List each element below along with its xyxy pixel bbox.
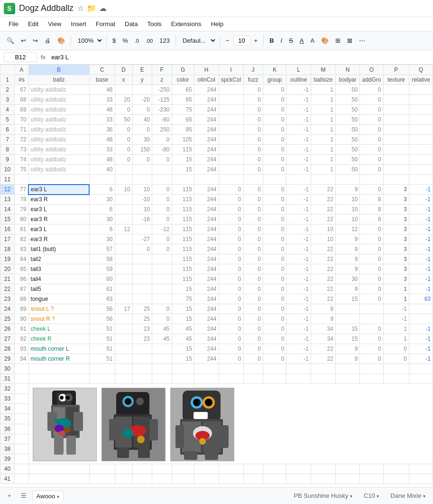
cell-L5[interactable]: -1 [286, 115, 311, 125]
cell-B22[interactable]: tail5 [28, 284, 89, 294]
row-number-25[interactable]: 25 [0, 314, 15, 324]
cell-A7[interactable]: 72 [15, 135, 29, 145]
row-number-12[interactable]: 12 [0, 185, 15, 195]
cell-K20[interactable]: 0 [263, 264, 286, 274]
cell-B31[interactable] [28, 374, 89, 384]
cell-N9[interactable]: 50 [335, 155, 360, 165]
cell-F19[interactable] [152, 254, 172, 264]
cell-Q13[interactable]: -1 [409, 195, 433, 205]
italic-button[interactable]: I [278, 35, 286, 46]
cell-N13[interactable]: 10 [335, 195, 360, 205]
row-number-26[interactable]: 26 [0, 324, 15, 334]
cell-Q9[interactable] [409, 155, 433, 165]
row-number-30[interactable]: 30 [0, 364, 15, 374]
cell-P7[interactable] [383, 135, 409, 145]
cell-L27[interactable]: -1 [286, 334, 311, 344]
menu-data[interactable]: Data [120, 19, 142, 29]
cell-K13[interactable]: 0 [263, 195, 286, 205]
cell-Q41[interactable] [409, 474, 433, 484]
cell-E11[interactable] [132, 175, 152, 185]
cell-L41[interactable] [286, 474, 311, 484]
cell-P19[interactable]: 3 [383, 254, 409, 264]
cell-I30[interactable] [219, 364, 243, 374]
cell-J40[interactable] [243, 464, 263, 474]
cell-P28[interactable]: 0 [383, 344, 409, 354]
cell-I19[interactable]: 0 [219, 254, 243, 264]
fill-color-button[interactable]: 🎨 [318, 35, 332, 46]
tab-awooo[interactable]: Awooo ▾ [32, 490, 64, 502]
cell-F5[interactable]: -60 [152, 115, 172, 125]
borders-button[interactable]: ⊞ [332, 35, 343, 46]
cell-L26[interactable]: -1 [286, 324, 311, 334]
cell-A37[interactable] [15, 434, 29, 444]
cell-O19[interactable]: 0 [360, 254, 383, 264]
col-header-B[interactable]: B [28, 65, 89, 75]
cell-B11[interactable] [28, 175, 89, 185]
cell-E5[interactable]: 40 [132, 115, 152, 125]
redo-button[interactable]: ↪ [30, 35, 41, 46]
cell-N31[interactable] [335, 374, 360, 384]
cell-A32[interactable] [15, 384, 29, 394]
cell-O40[interactable] [360, 464, 383, 474]
cell-O21[interactable]: 0 [360, 274, 383, 284]
cell-G17[interactable]: 115 [172, 234, 194, 244]
cell-Q19[interactable]: -1 [409, 254, 433, 264]
cell-Q1[interactable]: relative [409, 75, 433, 85]
cell-F7[interactable]: 0 [152, 135, 172, 145]
cell-M41[interactable] [311, 474, 335, 484]
cell-K21[interactable]: 0 [263, 274, 286, 284]
cell-E24[interactable]: 25 [132, 304, 152, 314]
cell-F31[interactable] [152, 374, 172, 384]
cell-M12[interactable]: 22 [311, 185, 335, 195]
cell-L14[interactable]: -1 [286, 205, 311, 215]
cell-A24[interactable]: 89 [15, 304, 29, 314]
cell-Q10[interactable] [409, 165, 433, 175]
cell-M8[interactable]: 1 [311, 145, 335, 155]
cell-O24[interactable] [360, 304, 383, 314]
cell-O17[interactable]: 0 [360, 234, 383, 244]
cell-I40[interactable] [219, 464, 243, 474]
row-number-22[interactable]: 22 [0, 284, 15, 294]
cell-B4[interactable]: utility addballz [28, 105, 89, 115]
cell-G24[interactable]: 15 [172, 304, 194, 314]
cell-J27[interactable]: 0 [243, 334, 263, 344]
cell-B1[interactable]: ballz [28, 75, 89, 85]
row-number-17[interactable]: 17 [0, 234, 15, 244]
search-button[interactable]: 🔍 [4, 35, 17, 46]
cell-I4[interactable] [219, 105, 243, 115]
cell-F26[interactable]: 45 [152, 324, 172, 334]
cell-O9[interactable]: 0 [360, 155, 383, 165]
cell-A15[interactable]: 80 [15, 215, 29, 224]
cell-J3[interactable]: 0 [243, 95, 263, 105]
cell-C17[interactable]: 30 [89, 234, 115, 244]
cell-G2[interactable]: 65 [172, 85, 194, 95]
cell-D20[interactable] [115, 264, 132, 274]
cell-J16[interactable]: 0 [243, 224, 263, 234]
cell-P11[interactable] [383, 175, 409, 185]
row-number-40[interactable]: 40 [0, 464, 15, 474]
cell-C13[interactable]: 30 [89, 195, 115, 205]
cell-H27[interactable]: 244 [194, 334, 219, 344]
cell-M14[interactable]: 22 [311, 205, 335, 215]
cell-M31[interactable] [311, 374, 335, 384]
cell-C30[interactable] [89, 364, 115, 374]
cell-I16[interactable]: 0 [219, 224, 243, 234]
row-number-8[interactable]: 8 [0, 145, 15, 155]
col-header-C[interactable]: C [89, 65, 115, 75]
cell-B13[interactable]: ear3 R [28, 195, 89, 205]
row-number-24[interactable]: 24 [0, 304, 15, 314]
menu-insert[interactable]: Insert [66, 19, 91, 29]
cell-L9[interactable]: -1 [286, 155, 311, 165]
cell-J25[interactable]: 0 [243, 314, 263, 324]
row-number-31[interactable]: 31 [0, 374, 15, 384]
row-number-19[interactable]: 19 [0, 254, 15, 264]
cell-A9[interactable]: 74 [15, 155, 29, 165]
cell-P22[interactable]: 1 [383, 284, 409, 294]
cell-B41[interactable] [28, 474, 89, 484]
cell-F13[interactable]: 0 [152, 195, 172, 205]
cell-L4[interactable]: -1 [286, 105, 311, 115]
cell-J13[interactable]: 0 [243, 195, 263, 205]
cell-Q27[interactable]: -1 [409, 334, 433, 344]
col-header-I[interactable]: I [219, 65, 243, 75]
cell-M19[interactable]: 22 [311, 254, 335, 264]
